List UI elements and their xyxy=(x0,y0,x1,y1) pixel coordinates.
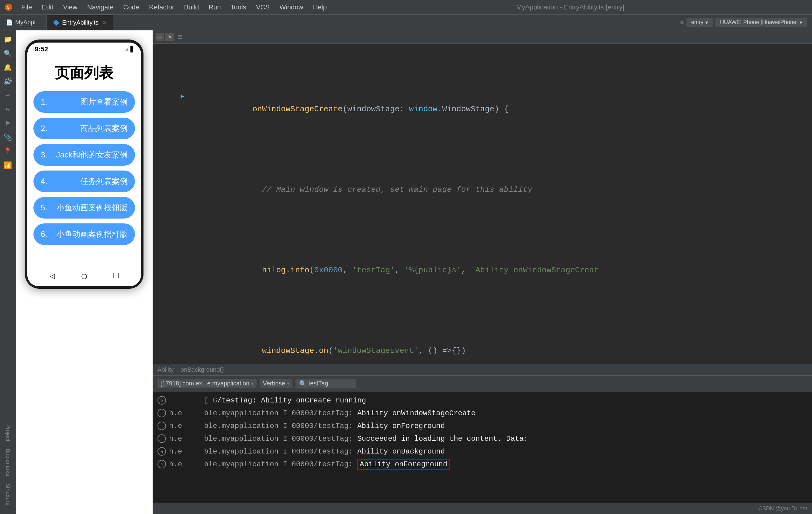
main-area: 📁 🔍 🔔 🔊 ↩ ↪ ⚑ 📎 📍 📶 Project Bookmarks St… xyxy=(0,30,812,514)
log-text-6: h.e ble.myapplication I 00000/testTag: A… xyxy=(169,460,807,468)
phone-page-title: 页面列表 xyxy=(33,63,135,83)
code-area[interactable]: ▶ onWindowStageCreate(windowStage: windo… xyxy=(153,44,812,364)
menu-view[interactable]: View xyxy=(59,2,82,12)
phone-btn-1[interactable]: 1. 图片查看案例 xyxy=(33,91,135,113)
log-icon-2 xyxy=(157,409,166,417)
menu-refactor[interactable]: Refactor xyxy=(145,2,178,12)
breadcrumb-ability: Ability xyxy=(157,366,174,373)
phone-btn-5-num: 5. xyxy=(41,203,51,212)
phone-btn-6-text: 小鱼动画案例摇杆版 xyxy=(54,229,128,239)
log-icon-5: ◀ xyxy=(157,447,166,456)
sidebar-icon-audio[interactable]: 🔊 xyxy=(2,76,14,88)
phone-nav-bar: ◁ ◯ □ xyxy=(27,265,141,286)
sidebar-label-structure[interactable]: Structure xyxy=(3,481,12,508)
tab-close-icon[interactable]: ✕ xyxy=(103,20,107,26)
menu-help[interactable]: Help xyxy=(309,2,331,12)
connectivity-icon: ⇄ xyxy=(125,46,128,53)
tab-label-myapp: MyAppl... xyxy=(15,19,40,26)
code-line-3: hilog.info(0x0000, 'testTag', '%{public}… xyxy=(153,250,812,291)
phone-btn-2-num: 2. xyxy=(41,124,51,133)
menu-code[interactable]: Code xyxy=(119,2,144,12)
phone-btn-5[interactable]: 5. 小鱼动画案例按钮版 xyxy=(33,197,135,219)
toolbar-minimize-btn[interactable]: — xyxy=(156,33,164,41)
phone-btn-2-text: 商品列表案例 xyxy=(54,123,128,134)
line-code: windowStage.on('windowStageEvent', () =>… xyxy=(186,331,807,364)
log-line-5: ◀ h.e ble.myapplication I 00000/testTag:… xyxy=(153,445,812,458)
left-sidebar: 📁 🔍 🔔 🔊 ↩ ↪ ⚑ 📎 📍 📶 Project Bookmarks St… xyxy=(0,30,16,514)
device-label: HUAWEI Phone [HuaweiPhone] xyxy=(720,19,798,26)
menu-edit[interactable]: Edit xyxy=(37,2,57,12)
toolbar-close-btn[interactable]: ✕ xyxy=(165,33,174,41)
sidebar-icon-notifications[interactable]: 🔔 xyxy=(2,61,14,74)
phone-btn-4-num: 4. xyxy=(41,177,51,186)
editor-panel: — ✕ ☰ ▶ onWindowStageCreate(windowStage:… xyxy=(153,30,812,514)
sidebar-icon-undo[interactable]: ↩ xyxy=(2,89,14,102)
log-text-5: h.e ble.myapplication I 00000/testTag: A… xyxy=(169,448,807,456)
phone-recent-btn[interactable]: □ xyxy=(113,271,119,281)
tab-right-controls: ⚙ entry ▾ HUAWEI Phone [HuaweiPhone] ▾ xyxy=(680,15,812,30)
chevron-down-icon-2: ▾ xyxy=(800,19,802,26)
phone-btn-1-num: 1. xyxy=(41,97,51,107)
phone-screen: 9:52 ⇄ ▊ 页面列表 1. 图片查看案例 2. 商品列表案例 xyxy=(27,42,141,286)
status-text: CSDN @you D↓ net xyxy=(758,506,807,512)
verbose-select[interactable]: Verbose ▾ xyxy=(260,379,292,388)
editor-toolbar: — ✕ ☰ xyxy=(153,30,812,44)
phone-content: 页面列表 1. 图片查看案例 2. 商品列表案例 3. Jack和他的女友案例 xyxy=(27,56,141,265)
phone-btn-6[interactable]: 6. 小鱼动画案例摇杆版 xyxy=(33,223,135,245)
entry-dropdown-btn[interactable]: entry ▾ xyxy=(687,18,713,27)
menu-vcs[interactable]: VCS xyxy=(252,2,274,12)
chevron-down-icon-3: ▾ xyxy=(251,380,254,386)
entry-label: entry xyxy=(691,19,703,26)
status-bar: CSDN @you D↓ net xyxy=(153,503,812,514)
log-line-4: h.e ble.myapplication I 00000/testTag: S… xyxy=(153,432,812,445)
sidebar-icon-project[interactable]: 📁 xyxy=(2,33,14,46)
phone-btn-3-text: Jack和他的女友案例 xyxy=(54,149,128,160)
tab-entryability[interactable]: 🔷 EntryAbility.ts ✕ xyxy=(47,15,113,30)
phone-btn-4-text: 任务列表案例 xyxy=(54,176,128,187)
sidebar-icon-search[interactable]: 🔍 xyxy=(2,48,14,60)
code-line-1: ▶ onWindowStageCreate(windowStage: windo… xyxy=(153,89,812,130)
sidebar-icon-wifi[interactable]: 📶 xyxy=(2,159,14,171)
tab-label-entry: EntryAbility.ts xyxy=(62,19,98,26)
log-search-input[interactable]: 🔍 testTag xyxy=(295,379,356,389)
app-title: MyApplication - EntryAbility.ts [entry] xyxy=(516,3,624,11)
process-select[interactable]: [17918] com.ex...e.myapplication ▾ xyxy=(157,379,257,388)
hamburger-icon[interactable]: ☰ xyxy=(177,34,182,40)
log-icon-6: ○ xyxy=(157,460,166,468)
svg-text:A: A xyxy=(6,5,9,10)
phone-time: 9:52 xyxy=(35,45,48,53)
menu-build[interactable]: Build xyxy=(180,2,203,12)
code-line-2: // Main window is created, set main page… xyxy=(153,170,812,210)
sidebar-icon-paperclip[interactable]: 📎 xyxy=(2,131,14,143)
phone-home-btn[interactable]: ◯ xyxy=(82,271,87,281)
sidebar-icon-redo[interactable]: ↪ xyxy=(2,103,14,115)
breadcrumb-onbackground: onBackground() xyxy=(181,366,224,373)
menu-bar: A File Edit View Navigate Code Refactor … xyxy=(0,0,812,15)
sidebar-icon-flag[interactable]: ⚑ xyxy=(2,117,14,130)
log-line-2: h.e ble.myapplication I 00000/testTag: A… xyxy=(153,407,812,420)
phone-btn-4[interactable]: 4. 任务列表案例 xyxy=(33,171,135,192)
sidebar-icon-pin[interactable]: 📍 xyxy=(2,145,14,158)
tab-myapplication[interactable]: 📄 MyAppl... xyxy=(0,15,47,30)
phone-btn-2[interactable]: 2. 商品列表案例 xyxy=(33,118,135,139)
device-dropdown-btn[interactable]: HUAWEI Phone [HuaweiPhone] ▾ xyxy=(715,18,807,27)
menu-window[interactable]: Window xyxy=(275,2,307,12)
menu-file[interactable]: File xyxy=(17,2,36,12)
battery-icon: ▊ xyxy=(130,46,134,53)
sidebar-label-bookmarks[interactable]: Bookmarks xyxy=(3,446,12,479)
gear-icon[interactable]: ⚙ xyxy=(680,19,684,26)
log-line-1: G [ G/testTag: Ability onCreate running xyxy=(153,394,812,407)
log-text-3: h.e ble.myapplication I 00000/testTag: A… xyxy=(169,422,807,430)
breadcrumb-separator: › xyxy=(176,366,178,373)
menu-navigate[interactable]: Navigate xyxy=(83,2,118,12)
phone-btn-3[interactable]: 3. Jack和他的女友案例 xyxy=(33,144,135,166)
log-line-6: ○ h.e ble.myapplication I 00000/testTag:… xyxy=(153,458,812,470)
menu-run[interactable]: Run xyxy=(204,2,225,12)
log-icon-1: G xyxy=(157,396,166,405)
search-value: testTag xyxy=(309,380,328,387)
phone-panel: 9:52 ⇄ ▊ 页面列表 1. 图片查看案例 2. 商品列表案例 xyxy=(16,30,153,514)
phone-back-btn[interactable]: ◁ xyxy=(50,271,55,281)
sidebar-label-project[interactable]: Project xyxy=(3,422,12,444)
menu-tools[interactable]: Tools xyxy=(227,2,251,12)
bottom-toolbar: [17918] com.ex...e.myapplication ▾ Verbo… xyxy=(153,376,812,392)
